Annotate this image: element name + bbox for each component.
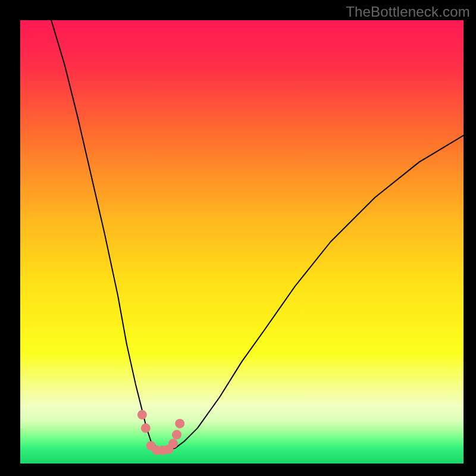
chart-frame: TheBottleneck.com (0, 0, 476, 476)
marker-point (172, 430, 181, 440)
marker-point (175, 419, 184, 428)
plot-area (20, 20, 464, 464)
watermark-text: TheBottleneck.com (346, 4, 470, 20)
series-layer (51, 20, 464, 455)
marker-point (137, 410, 147, 419)
marker-point (141, 423, 151, 433)
marker-point (168, 439, 178, 448)
curve-path (51, 20, 464, 450)
chart-svg (20, 20, 464, 464)
